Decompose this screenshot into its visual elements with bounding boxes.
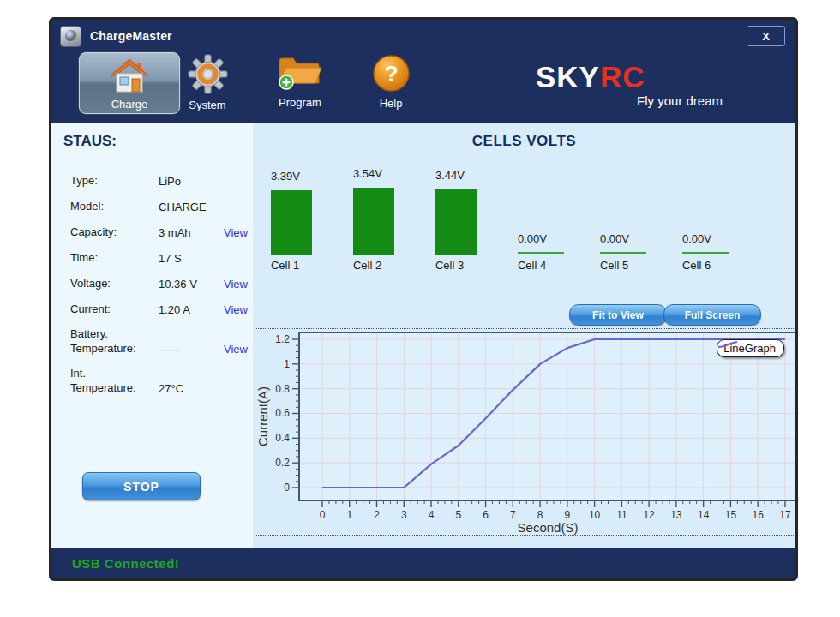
svg-text:6: 6	[483, 509, 489, 521]
cell-voltage-value: 3.39V	[271, 170, 300, 183]
app-window: ChargeMaster X Charge	[49, 17, 798, 581]
folder-plus-icon	[277, 54, 323, 94]
stop-button[interactable]: STOP	[82, 472, 201, 500]
cell-column: 0.00VCell 4	[518, 123, 571, 281]
skyrc-logo: SKYRC Fly your dream	[536, 63, 707, 108]
toolbar-help-button[interactable]: ? Help	[365, 54, 417, 110]
usb-status-text: USB Connected!	[72, 556, 179, 571]
svg-text:4: 4	[429, 509, 435, 521]
svg-text:12: 12	[643, 509, 655, 521]
toolbar-system-label: System	[189, 99, 225, 111]
cell-name-label: Cell 3	[435, 259, 464, 272]
window-title: ChargeMaster	[90, 29, 172, 43]
cell-voltage-value: 3.44V	[435, 169, 465, 182]
cell-name-label: Cell 4	[518, 259, 546, 272]
status-row-battery-temperature: Battery. Temperature: ------ View	[70, 326, 248, 356]
chart-canvas: 0123456789101112131415161700.20.40.60.81…	[255, 329, 796, 535]
svg-text:10: 10	[589, 509, 601, 521]
cell-zero-line	[600, 252, 646, 254]
cell-voltage-value: 3.54V	[353, 167, 382, 180]
svg-text:13: 13	[670, 509, 682, 521]
cell-voltage-bar	[353, 188, 394, 255]
current-chart: 0123456789101112131415161700.20.40.60.81…	[255, 328, 797, 536]
svg-text:0.6: 0.6	[275, 407, 290, 419]
svg-text:17: 17	[779, 509, 791, 521]
main-content: STAUS: Type: LiPo Model: CHARGE Capacity…	[51, 123, 795, 548]
svg-text:1.2: 1.2	[275, 333, 290, 345]
cell-name-label: Cell 2	[353, 259, 381, 272]
brand-tagline: Fly your dream	[551, 93, 723, 108]
cells-panel: CELLS VOLTS 3.39VCell 13.54VCell 23.44VC…	[253, 123, 795, 548]
svg-text:0.4: 0.4	[275, 432, 290, 444]
status-bar: USB Connected!	[51, 548, 795, 578]
svg-text:1: 1	[346, 509, 352, 521]
toolbar-charge-label: Charge	[111, 98, 148, 111]
status-row-capacity: Capacity: 3 mAh View	[70, 224, 248, 239]
toolbar-program-button[interactable]: Program	[273, 54, 327, 109]
svg-text:2: 2	[374, 509, 380, 521]
cell-column: 3.44VCell 3	[435, 123, 489, 281]
globe-icon	[65, 30, 77, 42]
svg-text:0: 0	[284, 482, 290, 494]
svg-text:5: 5	[455, 509, 461, 521]
status-row-type: Type: LiPo	[70, 172, 248, 188]
cell-voltage-bar	[271, 190, 312, 255]
cell-column: 0.00VCell 5	[600, 123, 653, 281]
battery-temp-view-link[interactable]: View	[224, 343, 248, 356]
status-row-internal-temperature: Int. Temperature: 27°C	[70, 366, 248, 395]
status-row-time: Time: 17 S	[70, 249, 248, 265]
cell-name-label: Cell 5	[600, 259, 628, 272]
cell-bars-area: 3.39VCell 13.54VCell 23.44VCell 30.00VCe…	[253, 123, 795, 326]
toolbar: Charge	[51, 52, 795, 123]
close-button[interactable]: X	[747, 26, 785, 46]
cell-zero-line	[682, 252, 729, 254]
toolbar-system-button[interactable]: System	[180, 54, 235, 111]
legend-line-icon	[717, 340, 738, 350]
full-screen-button[interactable]: Full Screen	[663, 304, 761, 326]
svg-text:Second(S): Second(S)	[518, 520, 579, 535]
svg-text:11: 11	[616, 509, 627, 521]
house-icon	[110, 57, 149, 96]
question-mark-icon: ?	[372, 54, 411, 95]
cell-zero-line	[518, 252, 564, 254]
status-panel: STAUS: Type: LiPo Model: CHARGE Capacity…	[51, 123, 253, 548]
cell-name-label: Cell 6	[682, 259, 711, 272]
svg-text:14: 14	[698, 509, 710, 521]
svg-text:8: 8	[537, 509, 543, 521]
title-bar: ChargeMaster X	[51, 20, 795, 52]
skyrc-wordmark: SKYRC	[536, 63, 707, 92]
svg-text:?: ?	[384, 61, 398, 87]
svg-text:7: 7	[510, 509, 516, 521]
svg-text:0.2: 0.2	[275, 457, 290, 469]
status-heading: STAUS:	[63, 133, 253, 150]
gear-icon	[188, 54, 228, 97]
svg-text:0: 0	[320, 509, 326, 521]
toolbar-help-label: Help	[380, 97, 403, 110]
current-view-link[interactable]: View	[224, 303, 248, 316]
status-row-model: Model: CHARGE	[70, 198, 248, 213]
cell-voltage-bar	[435, 189, 477, 255]
status-row-voltage: Voltage: 10.36 V View	[70, 275, 248, 291]
fit-to-view-button[interactable]: Fit to View	[569, 304, 667, 326]
chart-legend: LineGraph	[717, 339, 784, 357]
svg-text:15: 15	[725, 509, 737, 521]
cell-voltage-value: 0.00V	[600, 232, 629, 245]
status-row-current: Current: 1.20 A View	[70, 301, 248, 316]
voltage-view-link[interactable]: View	[224, 278, 248, 291]
toolbar-program-label: Program	[279, 96, 321, 109]
svg-text:9: 9	[564, 509, 570, 521]
svg-text:0.8: 0.8	[275, 383, 290, 395]
cell-column: 3.54VCell 2	[353, 123, 406, 281]
toolbar-charge-button[interactable]: Charge	[79, 52, 180, 114]
svg-text:Current(A): Current(A)	[255, 386, 270, 446]
cell-column: 3.39VCell 1	[271, 123, 324, 281]
svg-text:3: 3	[401, 509, 407, 521]
svg-text:1: 1	[284, 358, 290, 370]
cell-voltage-value: 0.00V	[518, 232, 547, 245]
cell-name-label: Cell 1	[271, 259, 299, 272]
cell-voltage-value: 0.00V	[682, 232, 711, 245]
cell-column: 0.00VCell 6	[682, 123, 735, 281]
capacity-view-link[interactable]: View	[224, 226, 248, 239]
svg-text:16: 16	[752, 509, 764, 521]
app-logo-icon	[60, 26, 81, 47]
